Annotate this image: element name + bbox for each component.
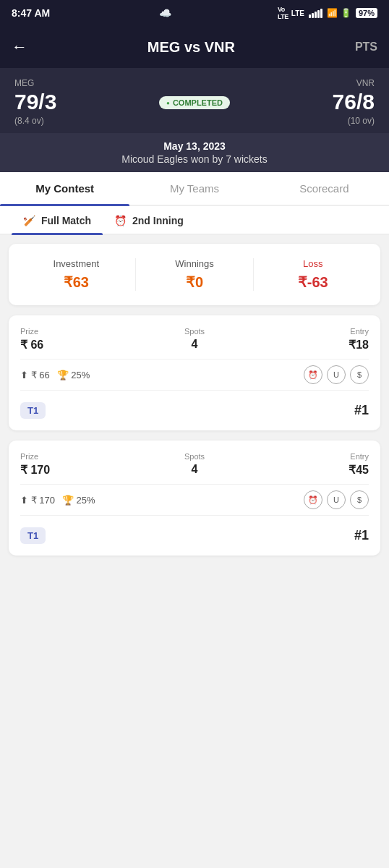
entry-rank-2: #1 [354, 528, 369, 543]
spots-label-2: Spots [137, 452, 253, 461]
share-icon-1: $ [350, 365, 369, 384]
score-section: MEG 79/3 (8.4 ov) COMPLETED VNR 76/8 (10… [0, 68, 389, 133]
tab-my-contest[interactable]: My Contest [0, 172, 129, 205]
battery-level: 97% [356, 8, 377, 18]
contest-2-info-left: ⬆ ₹ 170 🏆 25% [20, 495, 95, 506]
prize-value-1: ₹ 66 [20, 338, 137, 352]
investment-summary: Investment ₹63 [23, 258, 129, 291]
entry-value-1: ₹18 [252, 338, 369, 352]
match-title: MEG vs VNR [27, 39, 355, 56]
contest-2-team-row: T1 #1 [20, 523, 369, 544]
prize-value-2: ₹ 170 [20, 463, 137, 477]
team1-overs: (8.4 ov) [14, 116, 134, 126]
volte-icon: VoLTE [278, 6, 288, 20]
rank-icon-2: ⬆ ₹ 170 [20, 495, 55, 506]
contest-1-info-row: ⬆ ₹ 66 🏆 25% ⏰ U $ [20, 359, 369, 391]
sub-tabs: 🏏 Full Match ⏰ 2nd Inning [0, 206, 389, 235]
status-icons: VoLTE LTE 📶 🔋 97% [278, 6, 377, 20]
winnings-value: ₹0 [142, 273, 248, 291]
contest-1-prize: Prize ₹ 66 [20, 327, 137, 352]
signal-icon [309, 9, 322, 18]
time-display: 8:47 AM [12, 7, 50, 19]
sub-tab-full-match[interactable]: 🏏 Full Match [12, 206, 103, 234]
contest-1-spots: Spots 4 [137, 327, 253, 352]
team1-runs: 79/3 [14, 90, 134, 114]
lte-icon: LTE [291, 9, 304, 17]
team2-runs: 76/8 [255, 90, 375, 114]
status-bar: 8:47 AM ☁️ VoLTE LTE 📶 🔋 97% [0, 0, 389, 26]
back-button[interactable]: ← [12, 38, 27, 56]
entry-rank-1: #1 [354, 403, 369, 418]
rank-icon-1: ⬆ ₹ 66 [20, 370, 50, 380]
entry-label-1: Entry [252, 327, 369, 336]
full-match-icon: 🏏 [23, 215, 35, 226]
contest-2-prize: Prize ₹ 170 [20, 452, 137, 477]
contest-2-entry: Entry ₹45 [252, 452, 369, 477]
divider-1 [135, 258, 136, 291]
match-date: May 13, 2023 [7, 140, 382, 152]
spots-label-1: Spots [137, 327, 253, 336]
cloud-icon: ☁️ [159, 7, 171, 19]
entry-label-2: Entry [252, 452, 369, 461]
loss-summary: Loss ₹-63 [260, 258, 366, 291]
spots-value-1: 4 [137, 338, 253, 351]
loss-label: Loss [260, 258, 366, 269]
spots-value-2: 4 [137, 463, 253, 476]
2nd-inning-icon: ⏰ [114, 215, 127, 226]
tab-scorecard[interactable]: Scorecard [260, 172, 389, 205]
completed-badge: COMPLETED [159, 96, 230, 109]
contest-2-info-icons: ⏰ U $ [304, 490, 369, 509]
wifi-icon: 📶 [327, 8, 338, 18]
team2-score: VNR 76/8 (10 ov) [255, 78, 375, 126]
match-status: COMPLETED [134, 95, 255, 110]
match-result: May 13, 2023 Micoud Eagles won by 7 wick… [0, 133, 389, 172]
contest-2-header: Prize ₹ 170 Spots 4 Entry ₹45 [20, 452, 369, 477]
contest-1-team-row: T1 #1 [20, 398, 369, 419]
winnings-label: Winnings [142, 258, 248, 269]
contest-1-info-icons: ⏰ U $ [304, 365, 369, 384]
sub-tab-2nd-inning[interactable]: ⏰ 2nd Inning [103, 206, 195, 234]
contest-1-info-left: ⬆ ₹ 66 🏆 25% [20, 370, 90, 380]
prize-label-2: Prize [20, 452, 137, 461]
user-icon-2: U [327, 490, 346, 509]
tab-my-teams[interactable]: My Teams [129, 172, 259, 205]
investment-label: Investment [23, 258, 129, 269]
loss-value: ₹-63 [260, 273, 366, 291]
team-badge-2: T1 [20, 527, 46, 544]
investment-value: ₹63 [23, 273, 129, 291]
trophy-icon-1: 🏆 25% [57, 370, 90, 380]
contest-card-2: Prize ₹ 170 Spots 4 Entry ₹45 ⬆ ₹ 170 🏆 … [9, 441, 380, 556]
contest-2-info-row: ⬆ ₹ 170 🏆 25% ⏰ U $ [20, 484, 369, 516]
summary-card: Investment ₹63 Winnings ₹0 Loss ₹-63 [9, 244, 380, 305]
team1-name: MEG [14, 78, 134, 88]
team2-name: VNR [255, 78, 375, 88]
timer-icon-1: ⏰ [304, 365, 322, 384]
match-header: ← MEG vs VNR PTS [0, 26, 389, 68]
team1-score: MEG 79/3 (8.4 ov) [14, 78, 134, 126]
user-icon-1: U [327, 365, 346, 384]
winnings-summary: Winnings ₹0 [142, 258, 248, 291]
prize-label-1: Prize [20, 327, 137, 336]
trophy-icon-2: 🏆 25% [62, 495, 95, 506]
entry-value-2: ₹45 [252, 463, 369, 477]
main-tabs: My Contest My Teams Scorecard [0, 172, 389, 206]
score-row: MEG 79/3 (8.4 ov) COMPLETED VNR 76/8 (10… [14, 78, 375, 126]
timer-icon-2: ⏰ [304, 490, 322, 509]
team2-overs: (10 ov) [255, 116, 375, 126]
divider-2 [253, 258, 254, 291]
contest-1-header: Prize ₹ 66 Spots 4 Entry ₹18 [20, 327, 369, 352]
contest-card-1: Prize ₹ 66 Spots 4 Entry ₹18 ⬆ ₹ 66 🏆 25… [9, 315, 380, 430]
match-winner: Micoud Eagles won by 7 wickets [7, 153, 382, 165]
share-icon-2: $ [350, 490, 369, 509]
pts-label: PTS [355, 41, 377, 54]
content-area: Investment ₹63 Winnings ₹0 Loss ₹-63 Pri… [0, 235, 389, 574]
contest-2-spots: Spots 4 [137, 452, 253, 477]
contest-1-entry: Entry ₹18 [252, 327, 369, 352]
battery-icon: 🔋 [341, 8, 351, 18]
team-badge-1: T1 [20, 402, 46, 419]
